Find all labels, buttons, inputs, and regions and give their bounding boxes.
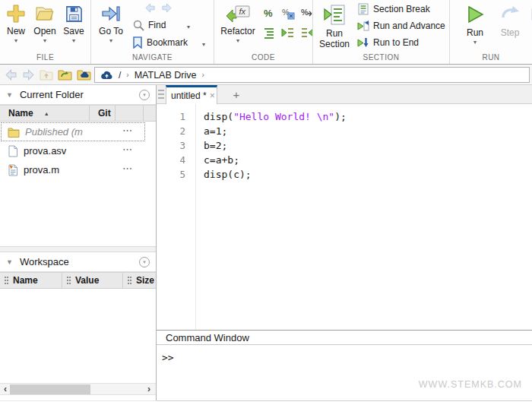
workspace-menu-icon[interactable]: ▾ [139, 257, 150, 267]
bookmark-button[interactable]: Bookmark ▾ [132, 36, 188, 49]
run-button[interactable]: Run ▾ [461, 2, 489, 46]
code-line: 4 c=a+b; [157, 153, 532, 167]
file-row-published[interactable]: Published (m ⋯ [1, 122, 145, 141]
workspace-column-name[interactable]: Name [0, 273, 62, 288]
step-icon [499, 2, 521, 27]
refactor-fx-icon: fx [239, 7, 246, 16]
sidebar: ▼ Current Folder ▾ Name ▲ Git Published … [0, 85, 157, 405]
run-and-advance-button[interactable]: Run and Advance [357, 20, 445, 32]
indent-right-icon[interactable] [280, 25, 296, 40]
svg-text:%: % [301, 8, 309, 17]
row-menu-ellipsis-icon[interactable]: ⋯ [122, 125, 133, 136]
goto-arrow-icon [101, 2, 121, 25]
run-section-label: RUN [450, 53, 532, 62]
svg-text:%: % [264, 8, 273, 19]
goto-dropdown-caret[interactable]: ▾ [109, 38, 112, 44]
editor-tabbar: untitled * × + [157, 85, 532, 104]
tabbar-drag-handle-icon[interactable] [158, 90, 164, 100]
comment-icon[interactable]: % [261, 5, 277, 21]
back-icon[interactable] [144, 3, 156, 13]
new-plus-icon [6, 2, 26, 25]
command-window[interactable]: >> WWW.STEMKB.COM [157, 345, 532, 400]
new-tab-button[interactable]: + [229, 87, 244, 103]
run-to-end-button[interactable]: Run to End [357, 36, 419, 49]
run-and-advance-icon [357, 20, 369, 32]
refactor-icon: fx [225, 2, 251, 25]
column-grip-icon [128, 277, 129, 278]
code-line: 1 disp("Hello World! \n"); [157, 109, 532, 124]
uncomment-icon[interactable]: % [280, 5, 296, 21]
run-dropdown-caret[interactable]: ▾ [473, 40, 477, 46]
refactor-button[interactable]: fx Refactor ▾ [217, 2, 258, 44]
forward-history-icon[interactable] [22, 69, 35, 81]
column-header-name[interactable]: Name ▲ [0, 106, 90, 121]
matlab-window: New ▾ Open ▾ [0, 0, 532, 405]
current-folder-menu-icon[interactable]: ▾ [139, 90, 150, 100]
find-button[interactable]: Find ▾ [132, 19, 166, 31]
current-folder-title: Current Folder [20, 89, 139, 100]
save-floppy-icon [65, 2, 84, 25]
command-prompt: >> [162, 352, 174, 363]
scroll-right-icon[interactable]: › [147, 384, 150, 394]
wrap-comments-icon[interactable]: % [299, 5, 313, 21]
column-header-gutter [144, 106, 156, 121]
file-row-prova-m[interactable]: prova.m ⋯ [1, 160, 145, 179]
code-editor[interactable]: 1 disp("Hello World! \n"); 2 a=1; 3 b=2;… [157, 104, 532, 330]
breadcrumb-root[interactable]: / [119, 70, 121, 81]
search-icon [132, 19, 144, 31]
scrollbar-thumb[interactable] [10, 384, 90, 394]
new-button[interactable]: New ▾ [3, 2, 29, 44]
browse-folder-icon[interactable] [58, 68, 72, 81]
bookmark-icon [132, 36, 143, 49]
stop-button-clipped: S [527, 2, 532, 38]
save-dropdown-caret[interactable]: ▾ [72, 38, 75, 44]
column-header-blank [116, 106, 144, 121]
matlab-drive-cloud-icon [100, 70, 113, 80]
workspace-columns: Name Value Size [0, 272, 156, 289]
sort-ascending-icon: ▲ [44, 111, 49, 116]
breadcrumb-location[interactable]: MATLAB Drive [135, 70, 197, 81]
folder-icon [8, 127, 20, 138]
command-window-header: Command Window [157, 330, 532, 345]
indent-left-icon[interactable] [299, 25, 313, 40]
new-dropdown-caret[interactable]: ▾ [14, 38, 17, 44]
matlab-file-icon [8, 164, 18, 176]
save-button[interactable]: Save ▾ [61, 2, 87, 44]
ribbon-section-code: fx Refactor ▾ % % % [214, 0, 313, 64]
up-folder-icon[interactable] [40, 68, 53, 81]
address-toolbar: / › MATLAB Drive › [0, 65, 532, 85]
toolbar-ribbon: New ▾ Open ▾ [0, 0, 532, 65]
file-icon [8, 145, 18, 157]
address-bar[interactable]: / › MATLAB Drive › [94, 67, 530, 83]
ribbon-section-navigate: Go To ▾ Find ▾ [91, 0, 214, 64]
back-history-icon[interactable] [5, 69, 17, 81]
workspace-title: Workspace [20, 256, 139, 267]
smart-indent-icon[interactable] [261, 25, 277, 40]
collapse-triangle-icon[interactable]: ▼ [6, 91, 13, 99]
refactor-dropdown-caret[interactable]: ▾ [236, 38, 239, 44]
editor-pane: untitled * × + 1 disp("Hello World! \n")… [157, 85, 532, 405]
address-nav-icons [5, 67, 91, 82]
goto-button[interactable]: Go To ▾ [94, 2, 128, 44]
tab-untitled[interactable]: untitled * × [166, 85, 217, 104]
panel-splitter[interactable] [0, 246, 156, 252]
ribbon-section-run: Run ▾ Step S RUN [450, 0, 532, 64]
cloud-folder-icon[interactable] [77, 68, 91, 81]
column-header-git[interactable]: Git [90, 106, 116, 121]
run-section-button[interactable]: Run Section [315, 2, 354, 49]
open-button[interactable]: Open ▾ [31, 2, 59, 44]
workspace-column-value[interactable]: Value [62, 273, 123, 288]
file-row-prova-asv[interactable]: prova.asv ⋯ [1, 141, 145, 160]
collapse-triangle-icon[interactable]: ▼ [6, 258, 13, 266]
row-menu-ellipsis-icon[interactable]: ⋯ [122, 144, 133, 155]
open-dropdown-caret[interactable]: ▾ [43, 38, 46, 44]
forward-icon[interactable] [161, 3, 173, 13]
section-break-button[interactable]: Section Break [357, 3, 430, 15]
tab-close-icon[interactable]: × [210, 90, 215, 101]
workspace-column-size[interactable]: Size [123, 273, 156, 288]
row-menu-ellipsis-icon[interactable]: ⋯ [122, 163, 133, 174]
column-grip-icon [67, 277, 68, 278]
column-grip-icon [5, 277, 6, 278]
sidebar-horizontal-scrollbar[interactable]: ‹ › [0, 383, 156, 395]
scroll-left-icon[interactable]: ‹ [4, 384, 7, 394]
